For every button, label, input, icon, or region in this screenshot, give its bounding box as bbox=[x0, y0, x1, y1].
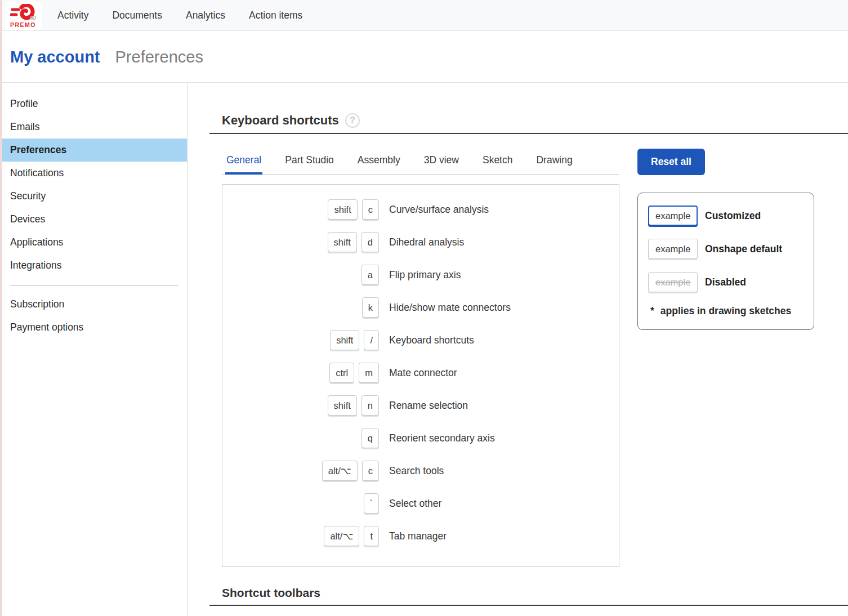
logo-wordmark: PREMO bbox=[10, 22, 36, 28]
key-shift[interactable]: shift bbox=[328, 199, 357, 220]
key-t[interactable]: t bbox=[364, 526, 379, 546]
page-subtitle-preferences: Preferences bbox=[115, 48, 203, 66]
key-c[interactable]: c bbox=[362, 199, 379, 220]
shortcut-row: ctrlm Mate connector bbox=[222, 356, 619, 389]
legend-note-text: applies in drawing sketches bbox=[660, 305, 791, 317]
shortcuts-panel: shiftc Curve/surface analysis shiftd Dih… bbox=[222, 184, 619, 567]
tab-part-studio[interactable]: Part Studio bbox=[284, 149, 335, 175]
example-key-customized: example bbox=[648, 206, 698, 226]
premo-logo[interactable]: 60 PREMO bbox=[5, 2, 42, 30]
key-c[interactable]: c bbox=[362, 461, 379, 481]
nav-item-activity[interactable]: Activity bbox=[57, 10, 88, 21]
legend-label-customized: Customized bbox=[705, 210, 761, 222]
key-d[interactable]: d bbox=[361, 232, 379, 252]
section-title-keyboard-shortcuts: Keyboard shortcuts bbox=[222, 113, 339, 128]
legend-row-customized: example Customized bbox=[648, 206, 805, 226]
legend-row-disabled: example Disabled bbox=[648, 272, 805, 292]
tab-3d-view[interactable]: 3D view bbox=[423, 149, 460, 175]
sidebar-item-devices[interactable]: Devices bbox=[0, 208, 187, 231]
sidebar-item-subscription[interactable]: Subscription bbox=[0, 293, 187, 316]
key-slash[interactable]: / bbox=[364, 330, 379, 350]
sidebar-item-integrations[interactable]: Integrations bbox=[0, 254, 187, 277]
example-key-default: example bbox=[648, 239, 698, 259]
key-k[interactable]: k bbox=[362, 297, 379, 318]
shortcut-action: Keyboard shortcuts bbox=[389, 334, 474, 346]
left-edge-accent bbox=[0, 0, 2, 616]
sidebar-item-security[interactable]: Security bbox=[0, 185, 187, 208]
legend-box: example Customized example Onshape defau… bbox=[637, 193, 814, 330]
sidebar-item-emails[interactable]: Emails bbox=[0, 115, 187, 139]
tab-drawing[interactable]: Drawing bbox=[535, 149, 573, 175]
footer-section-rule bbox=[209, 605, 848, 606]
top-nav-bar: 60 PREMO Activity Documents Analytics Ac… bbox=[0, 0, 848, 31]
help-icon[interactable]: ? bbox=[345, 113, 360, 128]
shortcut-tabs: General Part Studio Assembly 3D view Ske… bbox=[222, 149, 619, 175]
page-title-my-account[interactable]: My account bbox=[10, 48, 100, 66]
nav-item-analytics[interactable]: Analytics bbox=[186, 10, 225, 21]
key-alt-option[interactable]: alt/⌥ bbox=[324, 526, 359, 546]
tab-general[interactable]: General bbox=[225, 149, 262, 175]
key-shift[interactable]: shift bbox=[330, 330, 359, 350]
tab-sketch[interactable]: Sketch bbox=[481, 149, 514, 175]
shortcut-row: shift/ Keyboard shortcuts bbox=[222, 324, 619, 356]
section-title-shortcut-toolbars: Shortcut toolbars bbox=[222, 586, 848, 600]
key-shift[interactable]: shift bbox=[328, 395, 357, 416]
sidebar-primary-list: Profile Emails Preferences Notifications… bbox=[0, 92, 187, 277]
key-shift[interactable]: shift bbox=[328, 232, 357, 252]
shortcut-action: Tab manager bbox=[389, 530, 447, 542]
legend-label-disabled: Disabled bbox=[705, 276, 746, 288]
key-ctrl[interactable]: ctrl bbox=[329, 363, 354, 383]
shortcut-action: Curve/surface analysis bbox=[389, 204, 489, 216]
sidebar-divider bbox=[10, 285, 178, 285]
shortcut-row: shiftc Curve/surface analysis bbox=[222, 193, 619, 226]
shortcut-action: Rename selection bbox=[389, 400, 468, 412]
shortcut-row: shiftn Rename selection bbox=[222, 389, 619, 422]
tab-assembly[interactable]: Assembly bbox=[356, 149, 401, 175]
shortcut-row: alt/⌥t Tab manager bbox=[222, 520, 619, 552]
shortcut-action: Select other bbox=[389, 498, 441, 510]
sidebar-item-profile[interactable]: Profile bbox=[0, 92, 187, 115]
section-head: Keyboard shortcuts ? bbox=[222, 113, 848, 128]
legend-row-default: example Onshape default bbox=[648, 239, 805, 259]
legend-note: * applies in drawing sketches bbox=[650, 305, 805, 317]
shortcut-row: k Hide/show mate connectors bbox=[222, 291, 619, 324]
nav-item-action-items[interactable]: Action items bbox=[249, 10, 302, 21]
sidebar-item-payment-options[interactable]: Payment options bbox=[0, 316, 187, 339]
shortcut-action: Reorient secondary axis bbox=[389, 432, 495, 444]
section-rule bbox=[209, 133, 848, 134]
shortcut-row: q Reorient secondary axis bbox=[222, 422, 619, 454]
key-alt-option[interactable]: alt/⌥ bbox=[322, 461, 358, 481]
shortcut-row: a Flip primary axis bbox=[222, 258, 619, 291]
shortcut-action: Flip primary axis bbox=[389, 269, 461, 281]
sidebar-item-applications[interactable]: Applications bbox=[0, 231, 187, 254]
key-n[interactable]: n bbox=[361, 395, 379, 416]
main-content: Keyboard shortcuts ? General Part Studio… bbox=[188, 83, 848, 616]
shortcut-row: alt/⌥c Search tools bbox=[222, 454, 619, 487]
shortcut-row: ` Select other bbox=[222, 487, 619, 520]
legend-note-star: * bbox=[650, 305, 654, 317]
reset-all-button[interactable]: Reset all bbox=[637, 149, 705, 175]
example-key-disabled: example bbox=[648, 272, 698, 292]
shortcut-action: Hide/show mate connectors bbox=[389, 302, 511, 314]
nav-item-documents[interactable]: Documents bbox=[112, 10, 162, 21]
key-m[interactable]: m bbox=[359, 363, 379, 383]
sidebar: Profile Emails Preferences Notifications… bbox=[0, 83, 188, 616]
sidebar-item-preferences[interactable]: Preferences bbox=[0, 139, 187, 162]
page-header: My account Preferences bbox=[0, 32, 848, 83]
shortcut-action: Mate connector bbox=[389, 367, 457, 379]
shortcut-action: Search tools bbox=[389, 465, 444, 477]
shortcut-row: shiftd Dihedral analysis bbox=[222, 226, 619, 258]
key-backtick[interactable]: ` bbox=[364, 493, 380, 514]
key-a[interactable]: a bbox=[361, 265, 379, 285]
shortcut-action: Dihedral analysis bbox=[389, 236, 464, 248]
key-q[interactable]: q bbox=[361, 428, 379, 448]
primary-nav: Activity Documents Analytics Action item… bbox=[57, 10, 302, 21]
sidebar-item-notifications[interactable]: Notifications bbox=[0, 162, 187, 185]
legend-label-default: Onshape default bbox=[705, 243, 782, 255]
logo-badge-60: 60 bbox=[30, 15, 36, 21]
sidebar-secondary-list: Subscription Payment options bbox=[0, 293, 187, 339]
